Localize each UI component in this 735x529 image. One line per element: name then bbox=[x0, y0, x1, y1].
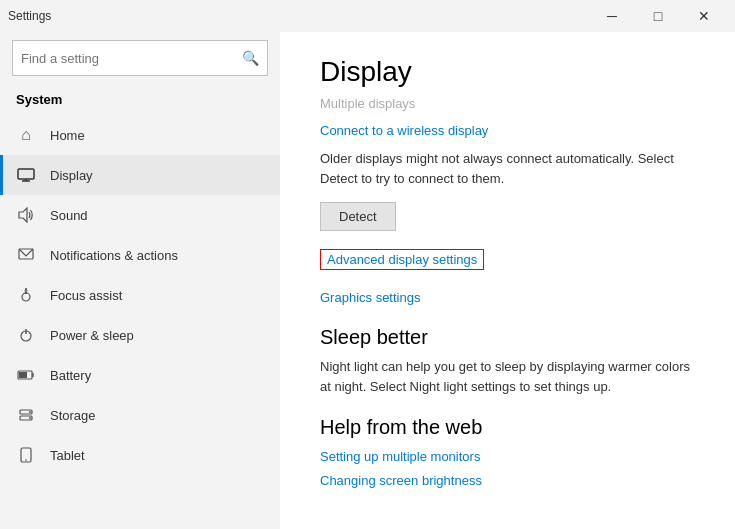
sidebar-label-home: Home bbox=[50, 128, 85, 143]
sidebar-section-label: System bbox=[0, 88, 280, 115]
section-subtitle: Multiple displays bbox=[320, 96, 695, 111]
titlebar: Settings ─ □ ✕ bbox=[0, 0, 735, 32]
sidebar-label-storage: Storage bbox=[50, 408, 96, 423]
storage-icon bbox=[16, 405, 36, 425]
titlebar-controls: ─ □ ✕ bbox=[589, 0, 727, 32]
sidebar-item-storage[interactable]: Storage bbox=[0, 395, 280, 435]
graphics-settings-link[interactable]: Graphics settings bbox=[320, 290, 420, 305]
web-link-brightness[interactable]: Changing screen brightness bbox=[320, 473, 482, 488]
sidebar-label-tablet: Tablet bbox=[50, 448, 85, 463]
maximize-button[interactable]: □ bbox=[635, 0, 681, 32]
close-button[interactable]: ✕ bbox=[681, 0, 727, 32]
sidebar-item-power[interactable]: Power & sleep bbox=[0, 315, 280, 355]
search-icon: 🔍 bbox=[242, 50, 259, 66]
svg-rect-9 bbox=[19, 372, 27, 378]
sidebar-label-notifications: Notifications & actions bbox=[50, 248, 178, 263]
sidebar-label-focus: Focus assist bbox=[50, 288, 122, 303]
titlebar-title: Settings bbox=[8, 9, 51, 23]
svg-point-14 bbox=[29, 417, 31, 419]
battery-icon bbox=[16, 365, 36, 385]
sidebar-item-battery[interactable]: Battery bbox=[0, 355, 280, 395]
notifications-icon bbox=[16, 245, 36, 265]
home-icon: ⌂ bbox=[16, 125, 36, 145]
page-title: Display bbox=[320, 56, 695, 88]
sidebar-item-tablet[interactable]: Tablet bbox=[0, 435, 280, 475]
search-box[interactable]: 🔍 bbox=[12, 40, 268, 76]
svg-marker-3 bbox=[19, 208, 27, 222]
display-icon bbox=[16, 165, 36, 185]
sidebar: 🔍 System ⌂ Home Display bbox=[0, 32, 280, 529]
power-icon bbox=[16, 325, 36, 345]
svg-point-16 bbox=[25, 459, 27, 461]
sidebar-item-notifications[interactable]: Notifications & actions bbox=[0, 235, 280, 275]
web-heading: Help from the web bbox=[320, 416, 695, 439]
tablet-icon bbox=[16, 445, 36, 465]
detect-button[interactable]: Detect bbox=[320, 202, 396, 231]
sidebar-item-sound[interactable]: Sound bbox=[0, 195, 280, 235]
wireless-display-link[interactable]: Connect to a wireless display bbox=[320, 123, 488, 138]
sleep-desc: Night light can help you get to sleep by… bbox=[320, 357, 695, 396]
search-input[interactable] bbox=[21, 51, 242, 66]
content-area: Display Multiple displays Connect to a w… bbox=[280, 32, 735, 529]
older-displays-desc: Older displays might not always connect … bbox=[320, 149, 695, 188]
web-link-monitors[interactable]: Setting up multiple monitors bbox=[320, 449, 480, 464]
sound-icon bbox=[16, 205, 36, 225]
sidebar-label-sound: Sound bbox=[50, 208, 88, 223]
focus-icon bbox=[16, 285, 36, 305]
sidebar-label-display: Display bbox=[50, 168, 93, 183]
minimize-button[interactable]: ─ bbox=[589, 0, 635, 32]
svg-point-13 bbox=[29, 411, 31, 413]
sidebar-item-home[interactable]: ⌂ Home bbox=[0, 115, 280, 155]
sidebar-label-battery: Battery bbox=[50, 368, 91, 383]
sidebar-label-power: Power & sleep bbox=[50, 328, 134, 343]
advanced-display-link[interactable]: Advanced display settings bbox=[320, 249, 484, 270]
sidebar-item-display[interactable]: Display bbox=[0, 155, 280, 195]
app-container: 🔍 System ⌂ Home Display bbox=[0, 32, 735, 529]
sleep-heading: Sleep better bbox=[320, 326, 695, 349]
svg-rect-0 bbox=[18, 169, 34, 179]
sidebar-item-focus[interactable]: Focus assist bbox=[0, 275, 280, 315]
